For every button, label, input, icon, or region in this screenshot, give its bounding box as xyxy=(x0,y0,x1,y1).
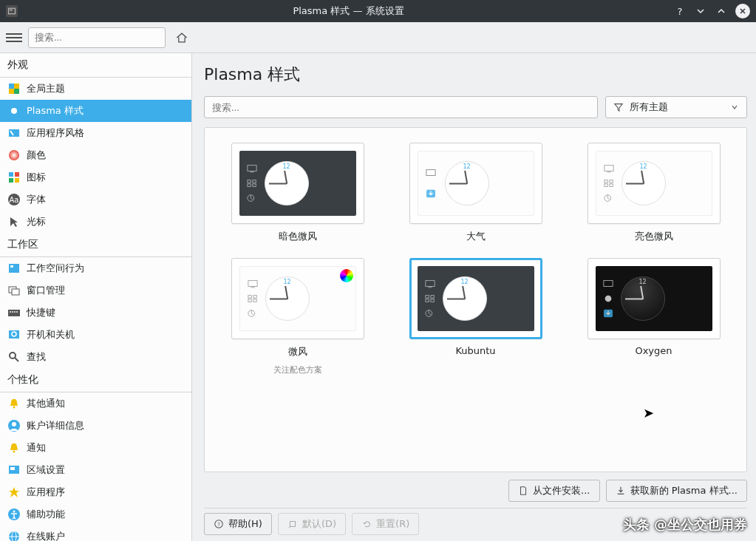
menu-button[interactable] xyxy=(6,30,22,46)
svg-rect-7 xyxy=(9,129,19,137)
sidebar-item-app-style[interactable]: 应用程序风格 xyxy=(0,122,191,144)
theme-card-oxygen[interactable]: Oxygen xyxy=(576,258,732,375)
sidebar-item-account[interactable]: 账户详细信息 xyxy=(0,415,191,437)
theme-card-breeze-light[interactable]: 亮色微风 xyxy=(576,143,732,243)
undo-icon xyxy=(361,519,372,529)
sidebar-item-startup[interactable]: 开机和关机 xyxy=(0,324,191,346)
filter-dropdown[interactable]: 所有主题 xyxy=(605,96,747,118)
sidebar-item-label: 工作空间行为 xyxy=(27,262,84,275)
plasma-icon xyxy=(7,104,21,118)
svg-rect-44 xyxy=(426,170,435,176)
sidebar-item-fonts[interactable]: Aa字体 xyxy=(0,188,191,211)
content: Plasma 样式 所有主题 暗色微风 大气 亮色微风 微风关注配色方案 Kub… xyxy=(192,53,756,541)
svg-rect-20 xyxy=(10,311,11,313)
app-icon xyxy=(6,5,18,17)
svg-rect-38 xyxy=(250,171,253,172)
get-new-label: 获取新的 Plasma 样式... xyxy=(630,484,738,497)
svg-rect-4 xyxy=(14,89,19,94)
svg-rect-53 xyxy=(248,281,256,287)
minimize-button[interactable] xyxy=(694,4,707,18)
sidebar-item-label: 颜色 xyxy=(27,149,46,162)
sidebar-item-apps[interactable]: 应用程序 xyxy=(0,481,191,503)
theme-card-kubuntu[interactable]: Kubuntu xyxy=(398,258,554,375)
theme-search-input[interactable] xyxy=(204,96,598,118)
sidebar-item-region[interactable]: 区域设置 xyxy=(0,459,191,481)
user-icon xyxy=(7,419,21,432)
keyboard-icon xyxy=(7,306,21,319)
sidebar-item-global-theme[interactable]: 全局主题 xyxy=(0,78,191,100)
titlebar: Plasma 样式 — 系统设置 ? xyxy=(0,0,756,22)
theme-card-breeze[interactable]: 微风关注配色方案 xyxy=(219,258,375,375)
svg-rect-19 xyxy=(8,310,20,316)
svg-rect-64 xyxy=(425,299,428,302)
filter-label: 所有主题 xyxy=(630,101,668,114)
close-button[interactable] xyxy=(735,4,750,18)
svg-rect-11 xyxy=(9,178,13,183)
sidebar-item-online[interactable]: 在线账户 xyxy=(0,525,191,541)
svg-rect-47 xyxy=(607,171,610,172)
appstyle-icon xyxy=(7,126,21,140)
theme-thumbnail xyxy=(231,143,364,224)
svg-rect-58 xyxy=(253,299,256,302)
svg-rect-51 xyxy=(609,184,612,187)
svg-rect-39 xyxy=(247,180,250,183)
sidebar-item-window-mgmt[interactable]: 窗口管理 xyxy=(0,279,191,302)
maximize-button[interactable] xyxy=(715,4,728,18)
svg-point-68 xyxy=(605,296,611,302)
theme-list[interactable]: 暗色微风 大气 亮色微风 微风关注配色方案 Kubuntu Oxygen xyxy=(204,127,747,472)
reset-button: 重置(R) xyxy=(352,513,419,535)
install-from-file-button[interactable]: 从文件安装... xyxy=(508,480,599,502)
sidebar-item-accessibility[interactable]: 辅助功能 xyxy=(0,503,191,525)
color-wheel-icon xyxy=(340,269,353,282)
theme-thumbnail xyxy=(409,143,542,224)
theme-name: Oxygen xyxy=(635,345,672,356)
help-icon: ? xyxy=(214,519,224,529)
sidebar-item-notif[interactable]: 通知 xyxy=(0,437,191,459)
sidebar-item-label: 应用程序风格 xyxy=(27,126,84,140)
svg-point-29 xyxy=(12,422,16,426)
svg-rect-0 xyxy=(9,8,16,14)
reset-label: 重置(R) xyxy=(376,517,409,531)
svg-point-8 xyxy=(9,150,19,160)
theme-card-air[interactable]: 大气 xyxy=(398,143,554,243)
flag-icon xyxy=(7,463,21,477)
theme-name: 大气 xyxy=(466,230,486,243)
search-icon xyxy=(7,350,21,364)
access-icon xyxy=(7,508,21,521)
svg-rect-56 xyxy=(253,296,256,299)
svg-rect-65 xyxy=(430,299,433,302)
sidebar-item-plasma-style[interactable]: Plasma 样式 xyxy=(0,100,191,122)
sidebar-item-workspace-behavior[interactable]: 工作空间行为 xyxy=(0,257,191,279)
help-button[interactable]: ? xyxy=(673,4,687,18)
toolbar xyxy=(0,22,756,53)
help-label: 帮助(H) xyxy=(228,517,262,531)
sidebar-item-label: 辅助功能 xyxy=(27,508,65,521)
home-button[interactable] xyxy=(171,27,192,48)
help-button-bottom[interactable]: ? 帮助(H) xyxy=(204,513,272,535)
sidebar-item-label: Plasma 样式 xyxy=(27,104,84,118)
sidebar-item-colors[interactable]: 颜色 xyxy=(0,144,191,166)
svg-rect-49 xyxy=(609,180,612,183)
sidebar-item-cursors[interactable]: 光标 xyxy=(0,211,191,233)
palette-icon xyxy=(7,82,21,95)
svg-point-34 xyxy=(13,511,16,513)
sidebar-item-label: 快捷键 xyxy=(27,306,55,319)
get-new-styles-button[interactable]: 获取新的 Plasma 样式... xyxy=(606,480,747,502)
filter-icon xyxy=(613,102,624,112)
svg-rect-10 xyxy=(15,172,19,177)
svg-point-27 xyxy=(13,406,16,409)
svg-rect-3 xyxy=(9,84,14,89)
sidebar-section-header: 外观 xyxy=(0,53,191,78)
sidebar-item-other-notif[interactable]: 其他通知 xyxy=(0,392,191,415)
sidebar-item-label: 全局主题 xyxy=(27,82,65,95)
sidebar[interactable]: 外观全局主题Plasma 样式应用程序风格颜色图标Aa字体光标工作区工作空间行为… xyxy=(0,53,192,541)
theme-card-breeze-dark[interactable]: 暗色微风 xyxy=(219,143,375,243)
sidebar-item-search[interactable]: 查找 xyxy=(0,346,191,368)
sidebar-item-icons[interactable]: 图标 xyxy=(0,166,191,188)
svg-rect-21 xyxy=(12,311,13,313)
sidebar-item-shortcuts[interactable]: 快捷键 xyxy=(0,302,191,324)
sidebar-item-label: 其他通知 xyxy=(27,397,65,410)
workspace-icon xyxy=(7,262,21,275)
search-input[interactable] xyxy=(28,27,166,48)
svg-rect-48 xyxy=(604,180,607,183)
